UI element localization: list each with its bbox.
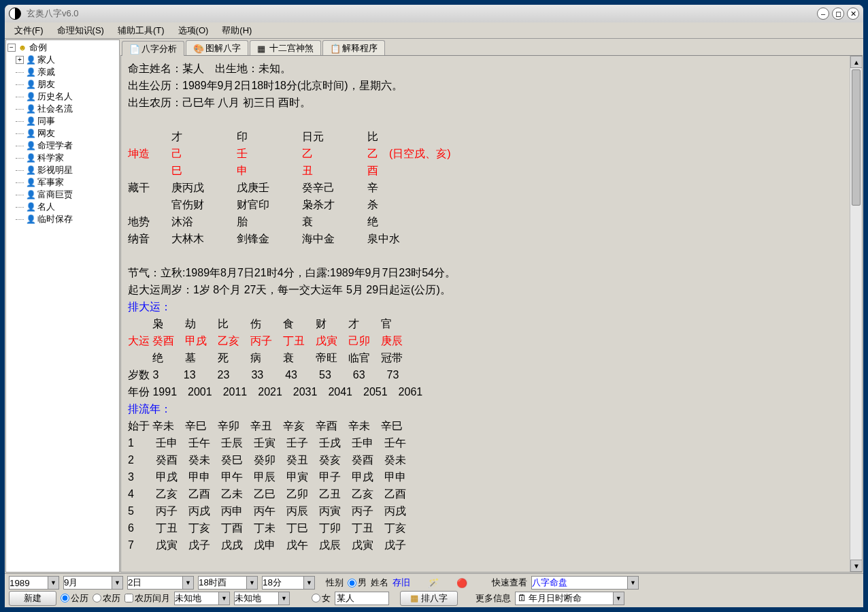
collapse-icon[interactable]: −: [7, 44, 16, 52]
person-icon: 👤: [25, 177, 36, 188]
scroll-thumb[interactable]: [852, 69, 861, 206]
tree-item[interactable]: 👤朋友: [7, 78, 118, 91]
chart-icon: 🎨: [193, 44, 203, 53]
grid-icon: ▦: [257, 44, 267, 53]
person-icon: 👤: [25, 165, 36, 176]
menu-file[interactable]: 文件(F): [9, 23, 49, 38]
chevron-down-icon: ▼: [627, 577, 638, 589]
person-icon: 👤: [25, 116, 36, 127]
gender-male-radio[interactable]: 男: [348, 577, 367, 589]
new-button[interactable]: 新建: [9, 591, 56, 606]
content-area: 命主姓名：某人 出生地：未知。 出生公历：1989年9月2日18时18分(北京时…: [120, 56, 863, 573]
person-icon: 👤: [25, 54, 36, 65]
maximize-button[interactable]: ◻: [832, 7, 844, 20]
tree-item[interactable]: 👤网友: [7, 127, 118, 140]
minimize-button[interactable]: –: [817, 7, 829, 20]
pai-bazi-button[interactable]: ▦ 排八字: [400, 591, 458, 606]
person-icon: 👤: [25, 128, 36, 139]
list-icon: 📋: [330, 44, 339, 53]
tree-item[interactable]: 👤亲戚: [7, 66, 118, 78]
person-icon: 👤: [25, 152, 36, 163]
document-icon: 📄: [129, 44, 139, 54]
tree-item[interactable]: 👤同事: [7, 115, 118, 127]
tab-explain-program[interactable]: 📋解释程序: [322, 40, 385, 55]
tree-item[interactable]: 👤社会名流: [7, 103, 118, 115]
scroll-up-button[interactable]: ▲: [850, 56, 863, 68]
vertical-scrollbar[interactable]: ▲ ▼: [850, 56, 862, 572]
tree-root[interactable]: − ☻ 命例: [7, 42, 118, 54]
more-info-label: 更多信息: [475, 592, 511, 605]
tab-graphic-bazi[interactable]: 🎨图解八字: [186, 40, 248, 55]
place2-combo[interactable]: ▼: [234, 592, 290, 605]
scroll-down-button[interactable]: ▼: [850, 560, 863, 572]
person-icon: 👤: [25, 202, 36, 212]
chevron-down-icon: ▼: [218, 592, 229, 605]
tree-item[interactable]: 👤富商巨贾: [7, 189, 118, 201]
close-button[interactable]: ✕: [847, 7, 859, 20]
calendar-solar-radio[interactable]: 公历: [61, 592, 88, 605]
tree-item[interactable]: 👤影视明星: [7, 164, 118, 176]
tree-item[interactable]: 👤历史名人: [7, 91, 118, 103]
bottom-toolbar: ▼ ▼ ▼ ▼ ▼ 性别 男 姓名 存旧 🪄 🔴 快速查看 ▼ 新建 公历 农历…: [5, 573, 863, 607]
smiley-icon: ☻: [17, 42, 28, 53]
chevron-down-icon: ▼: [278, 592, 289, 605]
year-combo[interactable]: ▼: [9, 576, 59, 590]
tree-item[interactable]: 👤临时保存: [7, 213, 118, 225]
menu-tools[interactable]: 辅助工具(T): [112, 23, 170, 38]
wand-icon[interactable]: 🪄: [428, 578, 439, 588]
grid-icon: ▦: [410, 593, 418, 603]
chevron-down-icon: ▼: [613, 592, 624, 605]
menu-help[interactable]: 帮助(H): [216, 23, 257, 38]
name-label: 姓名: [371, 577, 388, 589]
person-icon: 👤: [25, 67, 36, 78]
person-icon: 👤: [25, 91, 36, 102]
place1-combo[interactable]: ▼: [174, 592, 230, 605]
leap-month-checkbox[interactable]: 农历闰月: [124, 592, 170, 605]
month-combo[interactable]: ▼: [63, 576, 123, 590]
gender-female-radio[interactable]: 女: [312, 592, 331, 605]
tab-strip: 📄八字分析 🎨图解八字 ▦十二宫神煞 📋解释程序: [120, 39, 863, 56]
tab-bazi-analysis[interactable]: 📄八字分析: [122, 41, 184, 56]
red-circle-icon[interactable]: 🔴: [456, 578, 467, 588]
tree-panel[interactable]: − ☻ 命例 +👤家人 👤亲戚 👤朋友 👤历史名人 👤社会名流 👤同事 👤网友 …: [5, 39, 120, 573]
quick-view-combo[interactable]: ▼: [531, 576, 639, 590]
quick-view-label: 快速查看: [492, 577, 527, 589]
tree-item[interactable]: +👤家人: [7, 54, 118, 66]
day-combo[interactable]: ▼: [127, 576, 194, 590]
hour-combo[interactable]: ▼: [198, 576, 258, 590]
tree-item[interactable]: 👤命理学者: [7, 140, 118, 152]
person-icon: 👤: [25, 103, 36, 114]
tree-item[interactable]: 👤军事家: [7, 176, 118, 189]
person-icon: 👤: [25, 214, 36, 225]
calendar-icon: 🗓: [516, 593, 529, 603]
person-icon: 👤: [25, 79, 36, 90]
tab-twelve-palaces[interactable]: ▦十二宫神煞: [250, 40, 321, 55]
save-old-link[interactable]: 存旧: [393, 577, 410, 589]
chevron-down-icon: ▼: [246, 577, 257, 589]
person-icon: 👤: [25, 140, 36, 151]
tree-item[interactable]: 👤名人: [7, 201, 118, 213]
gender-label: 性别: [326, 577, 344, 589]
more-info-combo[interactable]: 🗓▼: [515, 592, 624, 605]
minute-combo[interactable]: ▼: [262, 576, 315, 590]
analysis-text: 命主姓名：某人 出生地：未知。 出生公历：1989年9月2日18时18分(北京时…: [128, 60, 843, 553]
chevron-down-icon: ▼: [112, 577, 122, 589]
app-icon: [9, 7, 21, 20]
window-title: 玄奥八字v6.0: [27, 7, 79, 20]
chevron-down-icon: ▼: [48, 577, 59, 589]
menu-knowledge[interactable]: 命理知识(S): [52, 23, 110, 38]
menubar: 文件(F) 命理知识(S) 辅助工具(T) 选项(O) 帮助(H): [5, 22, 863, 39]
tree-root-label: 命例: [29, 42, 47, 54]
titlebar: 玄奥八字v6.0 – ◻ ✕: [5, 5, 863, 22]
menu-options[interactable]: 选项(O): [173, 23, 214, 38]
name-input[interactable]: [335, 592, 389, 605]
tree-item[interactable]: 👤科学家: [7, 152, 118, 164]
chevron-down-icon: ▼: [303, 577, 314, 589]
calendar-lunar-radio[interactable]: 农历: [93, 592, 120, 605]
expand-icon[interactable]: +: [16, 56, 24, 64]
person-icon: 👤: [25, 189, 36, 200]
chevron-down-icon: ▼: [182, 577, 193, 589]
